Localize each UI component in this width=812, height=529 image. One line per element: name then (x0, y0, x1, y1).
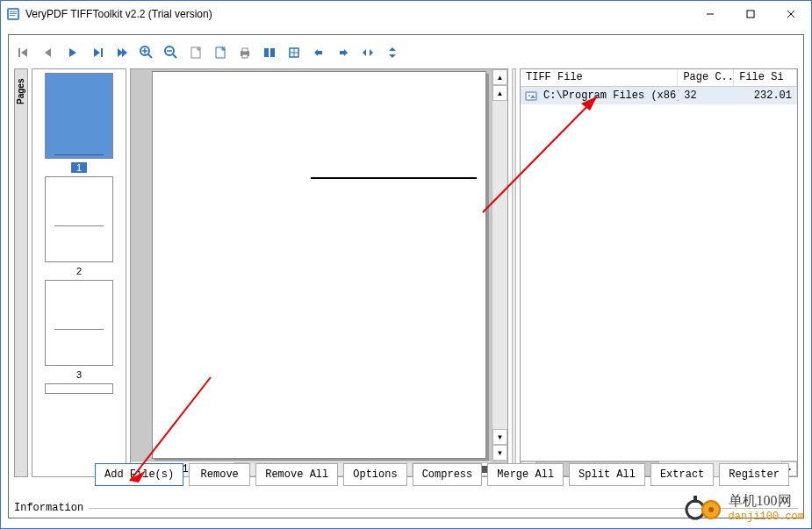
pages-tab-label: Pages (16, 79, 25, 104)
file-list: TIFF File Page C... File Si C:\Program F… (520, 68, 798, 477)
merge-all-button[interactable]: Merge All (487, 463, 564, 486)
pages-tab[interactable]: Pages (14, 68, 28, 477)
svg-point-50 (528, 95, 530, 97)
column-header-file[interactable]: TIFF File (521, 69, 678, 86)
thumbnail-4[interactable] (43, 383, 115, 394)
svg-marker-12 (69, 48, 76, 57)
svg-rect-14 (101, 48, 103, 57)
window-title: VeryPDF TIFFToolkit v2.2 (Trial version) (25, 8, 690, 20)
thumbnail-1[interactable]: 1 (43, 73, 115, 173)
column-header-size[interactable]: File Si (734, 69, 797, 86)
minimize-button[interactable] (690, 1, 730, 27)
thumbnail-label: 1 (71, 162, 87, 173)
svg-marker-10 (21, 48, 27, 57)
register-button[interactable]: Register (719, 463, 789, 486)
svg-marker-37 (370, 49, 373, 56)
open-doc-icon[interactable] (212, 45, 228, 61)
add-file-button[interactable]: Add File(s) (95, 463, 183, 486)
app-icon (6, 7, 20, 21)
close-button[interactable] (771, 1, 811, 27)
first-page-icon[interactable] (16, 45, 32, 61)
scroll-down-line-icon[interactable]: ▼ (492, 445, 507, 461)
svg-rect-30 (242, 54, 248, 58)
thumbnail-3[interactable]: 3 (43, 280, 115, 380)
play-icon[interactable] (65, 45, 81, 61)
svg-marker-13 (94, 48, 100, 57)
flip-v-icon[interactable] (384, 45, 400, 61)
splitter[interactable] (512, 68, 516, 477)
new-doc-icon[interactable] (188, 45, 204, 61)
tool-a-icon[interactable] (262, 45, 277, 61)
svg-line-22 (173, 54, 176, 58)
flip-h-icon[interactable] (360, 45, 376, 61)
last-page-icon[interactable] (114, 45, 130, 61)
scroll-up-icon[interactable]: ▲ (492, 85, 507, 101)
compress-button[interactable]: Compress (413, 463, 483, 486)
next-page-icon[interactable] (90, 45, 105, 61)
svg-rect-9 (18, 48, 20, 57)
scroll-up-line-icon[interactable]: ▲ (492, 69, 507, 85)
rotate-right-icon[interactable] (335, 45, 351, 61)
preview-page[interactable] (152, 71, 486, 459)
svg-marker-16 (122, 48, 127, 57)
column-header-page[interactable]: Page C... (678, 69, 734, 86)
svg-line-18 (148, 54, 152, 58)
svg-marker-36 (363, 49, 366, 56)
file-size: 232.01 (735, 89, 797, 102)
zoom-out-icon[interactable] (163, 45, 179, 61)
split-all-button[interactable]: Split All (569, 463, 645, 486)
prev-page-icon[interactable] (40, 45, 56, 61)
svg-rect-32 (270, 48, 275, 57)
file-path: C:\Program Files (x86)\Ver... (538, 89, 679, 102)
vertical-scrollbar[interactable]: ▲ ▲ ▼ ▼ (492, 69, 507, 461)
file-icon (524, 89, 538, 102)
svg-rect-6 (747, 11, 754, 18)
toolbar (16, 40, 796, 65)
print-icon[interactable] (237, 45, 253, 61)
file-row[interactable]: C:\Program Files (x86)\Ver... 32 232.01 (521, 87, 797, 104)
remove-all-button[interactable]: Remove All (255, 463, 338, 486)
rotate-left-icon[interactable] (311, 45, 327, 61)
remove-button[interactable]: Remove (189, 463, 250, 486)
tool-b-icon[interactable] (286, 45, 302, 61)
information-label: Information (14, 502, 83, 514)
thumbnail-panel: 1 2 3 (32, 68, 126, 477)
thumbnail-2[interactable]: 2 (43, 176, 115, 276)
maximize-button[interactable] (730, 1, 771, 27)
svg-rect-3 (10, 13, 17, 14)
scroll-down-icon[interactable]: ▼ (492, 429, 507, 445)
svg-marker-39 (389, 54, 396, 58)
svg-marker-11 (45, 48, 51, 57)
preview-panel: ▲ ▲ ▼ ▼ 1240 x 1754 pt ◀ ▶ (130, 68, 508, 477)
zoom-in-icon[interactable] (139, 45, 154, 61)
svg-rect-4 (10, 15, 15, 16)
thumbnail-label: 3 (76, 369, 82, 380)
options-button[interactable]: Options (343, 463, 406, 486)
svg-rect-31 (264, 48, 269, 57)
svg-rect-2 (10, 11, 17, 12)
svg-rect-29 (242, 48, 248, 52)
extract-button[interactable]: Extract (650, 463, 714, 486)
svg-marker-38 (389, 47, 396, 51)
thumbnail-label: 2 (76, 266, 82, 276)
file-page-count: 32 (679, 89, 734, 102)
